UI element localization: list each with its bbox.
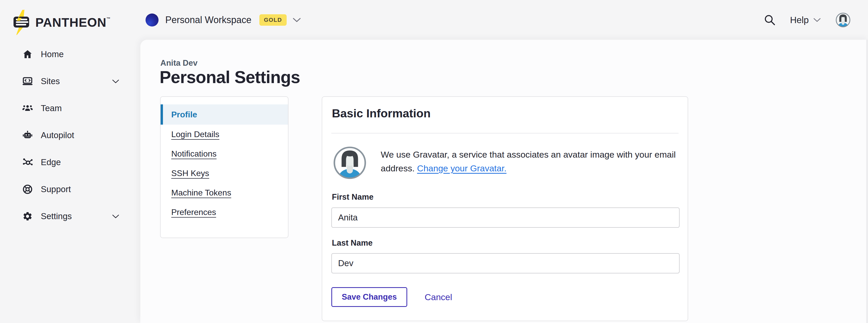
page-eyebrow: Anita Dev xyxy=(160,58,197,68)
basic-info-heading: Basic Information xyxy=(332,107,431,120)
settings-nav-item-preferences[interactable]: Preferences xyxy=(161,202,288,222)
pantheon-logo[interactable]: PANTHEON™ xyxy=(11,9,111,35)
settings-nav-label: Login Details xyxy=(171,130,219,139)
home-icon xyxy=(22,49,33,60)
support-lifering-icon xyxy=(22,184,33,195)
settings-nav-label: Profile xyxy=(171,110,197,120)
sidebar-item-team[interactable]: Team xyxy=(0,95,140,122)
settings-nav-card: Profile Login Details Notifications SSH … xyxy=(160,96,288,238)
topbar-actions: Help xyxy=(764,0,851,40)
cancel-button[interactable]: Cancel xyxy=(425,292,452,302)
sidebar-item-label: Sites xyxy=(41,76,60,86)
last-name-input[interactable] xyxy=(331,253,680,273)
autopilot-robot-icon xyxy=(22,130,33,141)
brand-trademark: ™ xyxy=(106,17,111,21)
sidebar-item-edge[interactable]: Edge xyxy=(0,149,140,176)
workspace-selector[interactable]: Personal Workspace GOLD xyxy=(146,0,301,40)
sidebar-item-home[interactable]: Home xyxy=(0,41,140,68)
chevron-down-icon xyxy=(112,214,120,219)
page-title: Personal Settings xyxy=(160,67,300,87)
search-icon[interactable] xyxy=(764,14,776,26)
sidebar-item-support[interactable]: Support xyxy=(0,176,140,203)
first-name-label: First Name xyxy=(332,192,373,202)
pantheon-bolt-fist-icon xyxy=(11,9,32,35)
sites-laptop-icon xyxy=(22,75,33,87)
user-avatar[interactable] xyxy=(835,12,851,28)
change-gravatar-link[interactable]: Change your Gravatar. xyxy=(417,163,506,173)
sidebar-item-settings[interactable]: Settings xyxy=(0,203,140,230)
settings-nav-item-ssh-keys[interactable]: SSH Keys xyxy=(161,164,288,183)
sidebar-item-sites[interactable]: Sites xyxy=(0,68,140,95)
settings-nav-item-machine-tokens[interactable]: Machine Tokens xyxy=(161,183,288,202)
chevron-down-icon xyxy=(112,79,120,84)
edge-network-icon xyxy=(22,157,33,168)
settings-nav-item-profile[interactable]: Profile xyxy=(161,104,288,125)
basic-info-card: Basic Information We use Gravatar, a ser… xyxy=(322,96,688,321)
sidebar: Home Sites Team xyxy=(0,40,140,323)
divider xyxy=(331,133,679,133)
settings-nav-label: Notifications xyxy=(171,149,216,159)
help-label: Help xyxy=(790,15,809,25)
workspace-name: Personal Workspace xyxy=(165,14,252,26)
chevron-down-icon xyxy=(292,17,301,23)
gravatar-row: We use Gravatar, a service that associat… xyxy=(333,146,682,180)
plan-badge: GOLD xyxy=(259,14,287,26)
save-changes-button[interactable]: Save Changes xyxy=(331,287,407,307)
sidebar-item-label: Team xyxy=(41,103,62,113)
settings-nav-label: Machine Tokens xyxy=(171,188,231,198)
settings-nav-label: SSH Keys xyxy=(171,168,209,178)
settings-nav-label: Preferences xyxy=(171,207,216,217)
sidebar-item-label: Settings xyxy=(41,212,72,221)
sidebar-item-label: Support xyxy=(41,184,71,194)
brand-wordmark: PANTHEON™ xyxy=(35,15,111,30)
settings-nav-item-notifications[interactable]: Notifications xyxy=(161,144,288,164)
chevron-down-icon xyxy=(813,18,821,23)
content-panel: Anita Dev Personal Settings Profile Logi… xyxy=(140,40,868,323)
gear-icon xyxy=(22,211,33,222)
team-icon xyxy=(22,103,33,114)
brand-name: PANTHEON xyxy=(35,15,106,29)
sidebar-item-label: Edge xyxy=(41,157,61,167)
sidebar-item-label: Home xyxy=(41,49,64,59)
sidebar-item-label: Autopilot xyxy=(41,130,74,140)
scroll-gutter xyxy=(866,40,868,323)
workspace-avatar xyxy=(146,13,158,27)
gravatar-avatar xyxy=(333,146,367,180)
last-name-label: Last Name xyxy=(332,238,373,248)
first-name-input[interactable] xyxy=(331,207,680,228)
sidebar-item-autopilot[interactable]: Autopilot xyxy=(0,122,140,149)
topbar: PANTHEON™ Personal Workspace GOLD Help xyxy=(0,0,868,40)
gravatar-description: We use Gravatar, a service that associat… xyxy=(381,146,682,180)
settings-nav-item-login-details[interactable]: Login Details xyxy=(161,125,288,144)
help-menu[interactable]: Help xyxy=(790,15,821,25)
